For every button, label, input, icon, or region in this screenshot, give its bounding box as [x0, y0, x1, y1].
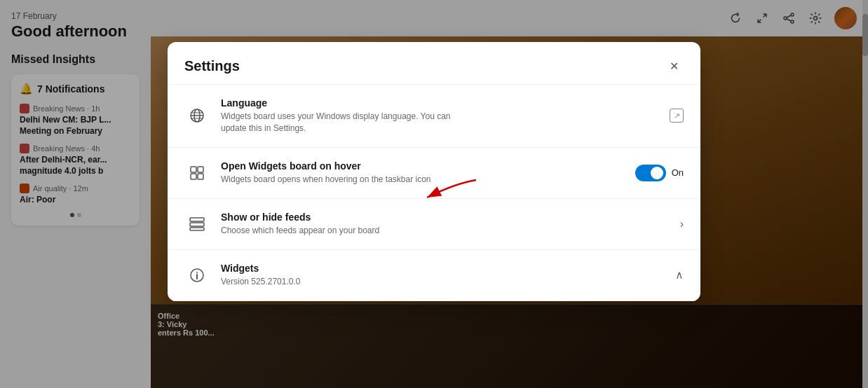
widgets-action[interactable]: ∧ — [675, 268, 684, 282]
settings-item-widgets[interactable]: Widgets Version 525.2701.0.0 ∧ — [168, 250, 700, 301]
feeds-icon — [184, 212, 210, 237]
widgets-content: Widgets Version 525.2701.0.0 — [221, 263, 664, 288]
settings-item-hover[interactable]: Open Widgets board on hover Widgets boar… — [168, 148, 700, 199]
widgets-title: Widgets — [221, 263, 664, 274]
feeds-title: Show or hide feeds — [221, 212, 669, 223]
language-icon — [184, 103, 210, 128]
toggle-label: On — [672, 167, 684, 178]
svg-rect-12 — [198, 167, 203, 172]
feeds-action[interactable]: › — [680, 218, 684, 230]
svg-rect-11 — [191, 167, 196, 172]
widgets-version: Version 525.2701.0.0 — [221, 276, 664, 288]
settings-item-feeds[interactable]: Show or hide feeds Choose which feeds ap… — [168, 199, 700, 250]
hover-content: Open Widgets board on hover Widgets boar… — [221, 160, 624, 186]
hover-desc: Widgets board opens when hovering on the… — [221, 174, 624, 186]
svg-rect-13 — [191, 174, 196, 179]
external-link-icon — [670, 109, 684, 123]
chevron-right-icon: › — [680, 218, 684, 230]
toggle-track — [635, 165, 666, 181]
toggle-thumb — [651, 167, 663, 179]
hover-action[interactable]: On — [635, 165, 684, 181]
svg-rect-17 — [190, 228, 204, 230]
settings-modal: Settings ✕ Language — [168, 42, 700, 301]
hover-title: Open Widgets board on hover — [221, 160, 624, 172]
svg-rect-15 — [190, 218, 204, 221]
language-title: Language — [221, 97, 658, 109]
svg-point-21 — [196, 272, 198, 273]
svg-rect-14 — [198, 174, 203, 179]
close-icon: ✕ — [670, 60, 679, 73]
modal-body[interactable]: Language Widgets board uses your Windows… — [168, 85, 700, 301]
settings-item-language[interactable]: Language Widgets board uses your Windows… — [168, 85, 700, 148]
modal-overlay: Settings ✕ Language — [0, 0, 868, 388]
widgets-version-icon — [184, 263, 210, 288]
hover-toggle[interactable] — [635, 165, 666, 181]
feeds-content: Show or hide feeds Choose which feeds ap… — [221, 212, 669, 237]
close-button[interactable]: ✕ — [664, 56, 684, 76]
svg-rect-16 — [190, 223, 204, 226]
modal-title: Settings — [184, 58, 240, 74]
modal-header: Settings ✕ — [168, 42, 700, 85]
language-action[interactable] — [670, 109, 684, 123]
language-content: Language Widgets board uses your Windows… — [221, 97, 658, 134]
chevron-up-icon: ∧ — [675, 268, 684, 282]
feeds-desc: Choose which feeds appear on your board — [221, 225, 669, 237]
widgets-hover-icon — [184, 160, 210, 186]
language-desc: Widgets board uses your Windows display … — [221, 111, 658, 134]
